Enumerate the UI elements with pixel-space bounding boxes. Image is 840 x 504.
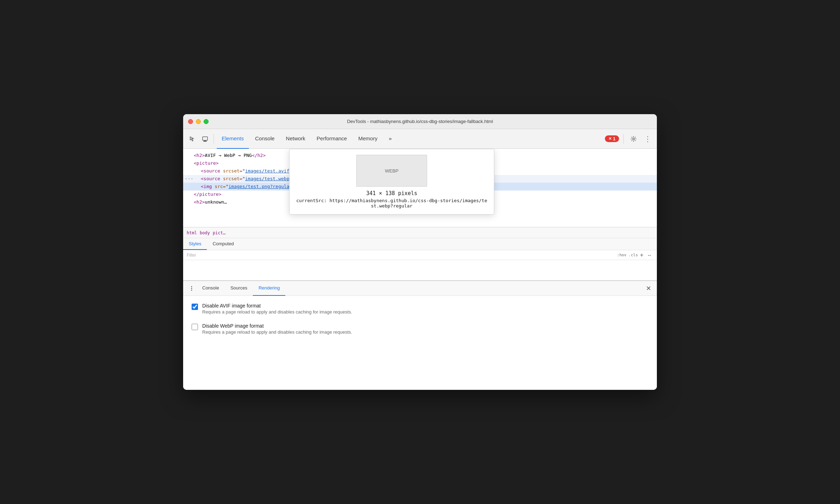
drawer-tabs-bar: Console Sources Rendering ✕ [183,281,657,296]
breadcrumb-html[interactable]: html [187,230,197,235]
filter-cls[interactable]: .cls [629,253,638,257]
breadcrumb-body[interactable]: body [200,230,210,235]
webp-checkbox[interactable] [192,324,198,330]
avif-checkbox[interactable] [192,304,198,310]
main-area: <h2>AVIF → WebP → PNG</h2> <picture> <so… [183,149,657,280]
attr-srcset-avif: srcset= [223,168,243,174]
tab-styles[interactable]: Styles [183,238,207,250]
filter-plus[interactable]: + [640,252,643,258]
filter-toggle-btn[interactable]: ↔ [646,251,653,259]
attr-src: src= [215,184,226,189]
tab-memory[interactable]: Memory [353,129,382,149]
svg-point-6 [191,289,192,291]
svg-point-5 [191,288,192,289]
drawer-close-button[interactable]: ✕ [643,283,653,293]
breadcrumb: html body pict… [183,227,657,238]
img-tooltip-src-label: currentSrc: [296,198,327,203]
error-count: 1 [613,136,616,141]
elements-panel: <h2>AVIF → WebP → PNG</h2> <picture> <so… [183,149,657,227]
checkbox-item-avif: Disable AVIF image format Requires a pag… [192,303,648,315]
attr-srcset-webp: srcset= [223,176,243,181]
svg-point-4 [191,286,192,287]
tag-h2-close: </h2> [252,153,266,158]
filter-placeholder: Filter [187,253,196,258]
devtools-window: DevTools - mathiasbynens.github.io/css-d… [183,114,657,390]
image-tooltip: WEBP 341 × 138 pixels currentSrc: https:… [289,149,494,215]
tag-picture-close: </picture> [194,192,221,197]
tag-picture: <picture> [194,160,218,166]
tab-more[interactable]: » [384,129,397,149]
tab-computed[interactable]: Computed [207,238,239,250]
tag-img: <img [201,184,215,189]
toolbar-divider [214,134,214,144]
filter-bar: Filter :hov .cls + ↔ [183,250,657,260]
svg-point-3 [633,138,635,140]
svg-rect-0 [203,137,208,140]
tab-performance[interactable]: Performance [312,129,352,149]
devtools-toolbar: Elements Console Network Performance Mem… [183,129,657,149]
webp-label: Disable WebP image format [202,323,352,329]
webp-label-group: Disable WebP image format Requires a pag… [202,323,352,335]
h2-unknown-text: unknown… [205,199,227,205]
drawer-menu-button[interactable] [187,283,197,293]
tab-elements[interactable]: Elements [217,129,249,149]
h2-text: AVIF → WebP → PNG [205,153,252,158]
dots-indicator: ··· [185,175,193,182]
img-tooltip-src-url: https://mathiasbynens.github.io/css-dbg-… [329,198,487,209]
drawer-content: Disable AVIF image format Requires a pag… [183,296,657,390]
filter-hov[interactable]: :hov [617,253,626,257]
webp-desc: Requires a page reload to apply and disa… [202,329,352,335]
drawer-tab-rendering[interactable]: Rendering [253,281,285,296]
minimize-button[interactable] [196,119,201,124]
img-tooltip-src: currentSrc: https://mathiasbynens.github… [295,198,488,209]
title-bar: DevTools - mathiasbynens.github.io/css-d… [183,114,657,129]
settings-button[interactable] [628,133,639,145]
side-tabs: Styles Computed [183,238,657,250]
toolbar-right: ✕ 1 ⋮ [605,133,653,145]
img-preview: WEBP [356,155,427,187]
error-icon: ✕ [608,136,612,141]
side-panel: Styles Computed Filter :hov .cls + ↔ [183,238,657,280]
avif-label-group: Disable AVIF image format Requires a pag… [202,303,352,315]
error-badge[interactable]: ✕ 1 [605,135,619,142]
drawer-tab-console[interactable]: Console [197,281,225,296]
inspect-element-button[interactable] [187,133,198,145]
filter-right: :hov .cls + ↔ [617,251,653,259]
close-button[interactable] [188,119,193,124]
window-title: DevTools - mathiasbynens.github.io/css-d… [347,119,493,124]
device-toolbar-button[interactable] [199,133,211,145]
tab-network[interactable]: Network [281,129,310,149]
avif-desc: Requires a page reload to apply and disa… [202,309,352,315]
img-tooltip-dimensions: 341 × 138 pixels [295,190,488,197]
tag-source-webp: <source [201,176,223,181]
img-preview-label: WEBP [385,168,398,174]
breadcrumb-picture[interactable]: pict… [213,230,226,235]
maximize-button[interactable] [204,119,209,124]
link-img[interactable]: images/test.png?regular [228,184,292,189]
tab-console[interactable]: Console [250,129,280,149]
traffic-lights [188,119,209,124]
tag-h2-open: <h2> [194,153,205,158]
bottom-drawer: Console Sources Rendering ✕ Disable AVIF… [183,280,657,390]
tag-h2-unknown: <h2> [194,199,205,205]
checkbox-item-webp: Disable WebP image format Requires a pag… [192,323,648,335]
drawer-tab-sources[interactable]: Sources [225,281,253,296]
toolbar-divider-2 [623,134,624,144]
tag-source-avif: <source [201,168,223,174]
more-options-button[interactable]: ⋮ [642,133,653,145]
avif-label: Disable AVIF image format [202,303,352,309]
